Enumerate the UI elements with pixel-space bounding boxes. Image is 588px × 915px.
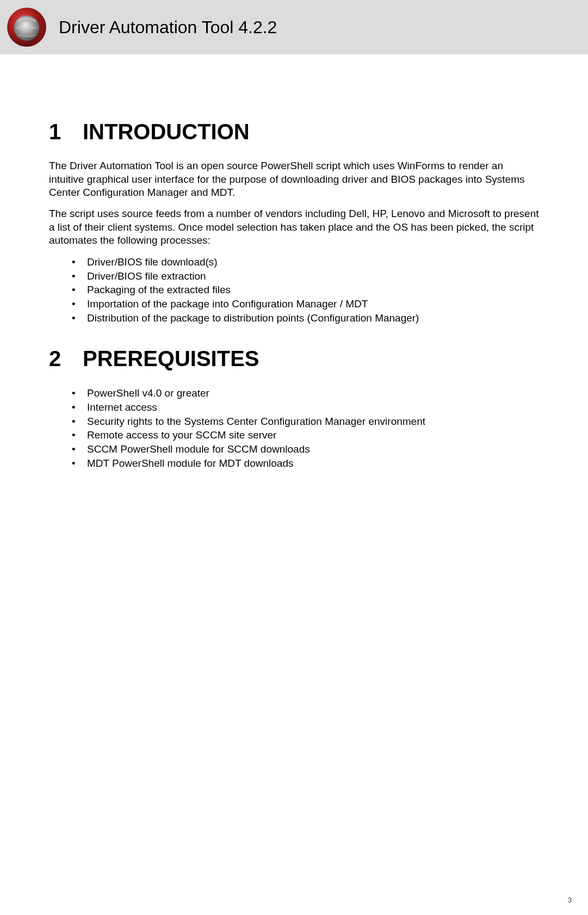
section-heading-introduction: 1INTRODUCTION — [49, 120, 539, 144]
list-item: MDT PowerShell module for MDT downloads — [72, 456, 539, 471]
list-item: Security rights to the Systems Center Co… — [72, 415, 539, 429]
list-item: SCCM PowerShell module for SCCM download… — [72, 442, 539, 456]
page-number: 3 — [568, 896, 572, 904]
list-item: Packaging of the extracted files — [72, 283, 539, 297]
logo-icon — [5, 6, 48, 48]
document-header: Driver Automation Tool 4.2.2 — [0, 0, 588, 54]
section-title: INTRODUCTION — [83, 120, 250, 144]
section-number: 2 — [49, 347, 83, 371]
list-item: Importation of the package into Configur… — [72, 297, 539, 311]
list-item: Internet access — [72, 400, 539, 415]
list-item: Remote access to your SCCM site server — [72, 428, 539, 442]
document-body: 1INTRODUCTION The Driver Automation Tool… — [0, 54, 588, 470]
list-item: PowerShell v4.0 or greater — [72, 386, 539, 400]
bullet-list-introduction: Driver/BIOS file download(s) Driver/BIOS… — [49, 255, 539, 325]
list-item: Driver/BIOS file download(s) — [72, 255, 539, 269]
section-heading-prerequisites: 2PREREQUISITES — [49, 347, 539, 371]
section-title: PREREQUISITES — [83, 347, 259, 370]
paragraph: The script uses source feeds from a numb… — [49, 207, 539, 248]
bullet-list-prerequisites: PowerShell v4.0 or greater Internet acce… — [49, 386, 539, 470]
paragraph: The Driver Automation Tool is an open so… — [49, 159, 539, 200]
list-item: Distribution of the package to distribut… — [72, 311, 539, 325]
list-item: Driver/BIOS file extraction — [72, 269, 539, 283]
document-title: Driver Automation Tool 4.2.2 — [59, 17, 277, 38]
section-number: 1 — [49, 120, 83, 144]
